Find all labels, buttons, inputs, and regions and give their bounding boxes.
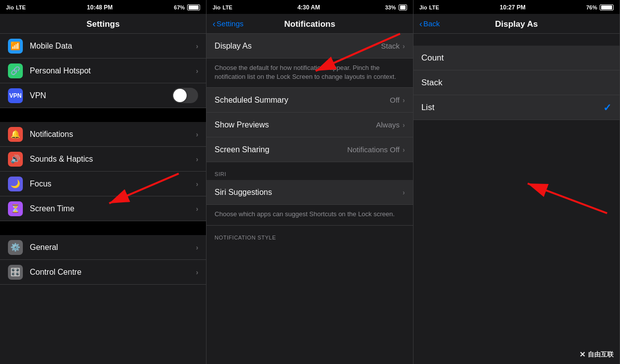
focus-chevron: › [196,180,199,188]
separator-2 [0,221,206,235]
status-right-3: 76% [586,4,614,10]
notifications-settings-list: Display As Stack › Choose the default fo… [207,34,413,364]
list-label: List [421,103,434,113]
nav-bar-2: ‹ Settings Notifications [207,14,413,34]
settings-item-personal-hotspot[interactable]: 🔗 Personal Hotspot › [0,59,206,83]
settings-item-vpn[interactable]: VPN VPN [0,83,206,108]
settings-item-notifications[interactable]: 🔔 Notifications › [0,122,206,147]
display-as-stack[interactable]: Stack [413,70,620,95]
network-3: LTE [429,4,439,10]
carrier-3: Jio [419,4,427,10]
settings-item-control-centre[interactable]: 🎛️ Control Centre › [0,260,206,285]
back-label-3: Back [423,19,440,28]
general-chevron: › [196,243,199,251]
focus-icon: 🌙 [8,177,23,191]
watermark-x: ✕ [579,350,586,359]
scheduled-summary-row[interactable]: Scheduled Summary Off › [207,88,413,113]
nav-back-3[interactable]: ‹ Back [419,19,440,28]
siri-suggestions-row[interactable]: Siri Suggestions › [207,180,413,205]
settings-panel: Jio LTE 10:48 PM 67% Settings 📶 Mobile D… [0,0,207,364]
battery-pct-1: 67% [174,4,185,10]
count-label: Count [421,53,444,63]
list-checkmark: ✓ [603,102,612,114]
status-left-2: Jio LTE [212,4,232,10]
watermark-text: 自由互联 [588,350,614,359]
mobile-data-chevron: › [196,42,199,50]
vpn-toggle[interactable] [172,88,198,103]
focus-label: Focus [30,180,196,188]
status-right-2: 33% [385,4,407,10]
time-2: 4:30 AM [297,4,320,11]
show-previews-row[interactable]: Show Previews Always › [207,113,413,137]
nav-back-2[interactable]: ‹ Settings [212,19,243,28]
battery-icon-2 [399,4,407,10]
settings-item-sounds[interactable]: 🔊 Sounds & Haptics › [0,147,206,172]
hotspot-chevron: › [196,67,199,75]
notifications-panel: Jio LTE 4:30 AM 33% ‹ Settings Notificat… [207,0,413,364]
hotspot-label: Personal Hotspot [30,66,196,75]
siri-suggestions-chevron: › [403,188,405,196]
display-as-list-item[interactable]: List ✓ [413,95,620,120]
settings-item-screen-time[interactable]: ⏳ Screen Time › [0,196,206,221]
general-icon: ⚙️ [8,240,23,255]
battery-fill-1 [189,5,199,9]
back-chevron-3: ‹ [419,19,422,28]
status-bar-1: Jio LTE 10:48 PM 67% [0,0,206,14]
screen-time-label: Screen Time [30,204,196,213]
network-2: LTE [222,4,232,10]
display-as-chevron: › [403,42,405,50]
sounds-chevron: › [196,155,199,163]
screen-sharing-row[interactable]: Screen Sharing Notifications Off › [207,137,413,162]
carrier-2: Jio [212,4,220,10]
carrier-1: Jio [6,4,14,10]
settings-item-general[interactable]: ⚙️ General › [0,235,206,260]
screen-sharing-value: Notifications Off [347,145,400,154]
display-as-count[interactable]: Count [413,46,620,70]
settings-item-focus[interactable]: 🌙 Focus › [0,172,206,196]
vpn-label: VPN [30,91,172,100]
status-left-3: Jio LTE [419,4,439,10]
battery-icon-3 [600,4,614,10]
nav-title-1: Settings [86,19,120,29]
screen-time-chevron: › [196,205,199,213]
control-centre-icon: 🎛️ [8,265,23,280]
battery-fill-3 [601,5,612,9]
battery-fill-2 [400,5,406,9]
scheduled-summary-chevron: › [403,96,405,104]
stack-label: Stack [421,78,443,88]
display-as-list: Count Stack List ✓ [413,34,620,364]
time-1: 10:48 PM [87,4,113,11]
mobile-data-icon: 📶 [8,39,23,54]
show-previews-chevron: › [403,121,405,129]
network-1: LTE [16,4,26,10]
settings-item-mobile-data[interactable]: 📶 Mobile Data › [0,34,206,59]
siri-suggestions-label: Siri Suggestions [214,188,403,197]
show-previews-value: Always [376,121,400,129]
notifications-chevron: › [196,130,199,138]
watermark: ✕ 自由互联 [579,350,614,359]
display-as-description: Choose the default for how notifications… [207,59,413,88]
display-as-panel: Jio LTE 10:27 PM 76% ‹ Back Display As C… [413,0,620,364]
nav-title-2: Notifications [284,19,336,29]
display-as-row[interactable]: Display As Stack › [207,34,413,59]
mobile-data-label: Mobile Data [30,42,196,51]
screen-time-icon: ⏳ [8,201,23,216]
scheduled-summary-value: Off [390,96,400,104]
control-centre-chevron: › [196,268,199,276]
vpn-toggle-knob [173,89,187,102]
notifications-icon: 🔔 [8,127,23,142]
battery-pct-2: 33% [385,4,396,10]
status-bar-2: Jio LTE 4:30 AM 33% [207,0,413,14]
show-previews-label: Show Previews [214,121,376,129]
separator-1 [0,108,206,122]
battery-icon-1 [187,4,200,10]
sounds-label: Sounds & Haptics [30,155,196,164]
scheduled-summary-label: Scheduled Summary [214,96,390,105]
sounds-icon: 🔊 [8,152,23,167]
status-bar-3: Jio LTE 10:27 PM 76% [413,0,620,14]
hotspot-icon: 🔗 [8,63,23,78]
nav-bar-3: ‹ Back Display As [413,14,620,34]
control-centre-label: Control Centre [30,268,196,277]
back-label-2: Settings [216,19,243,28]
nav-title-3: Display As [495,19,538,29]
